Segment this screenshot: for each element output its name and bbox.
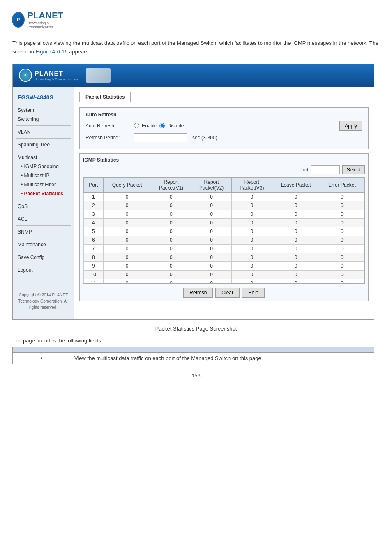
select-button[interactable]: Select bbox=[342, 165, 365, 174]
table-cell: 7 bbox=[84, 244, 104, 253]
sidebar-item-maintenance[interactable]: Maintenance bbox=[13, 240, 74, 249]
table-cell: 3 bbox=[84, 210, 104, 218]
enable-radio[interactable] bbox=[134, 123, 139, 128]
table-cell: 0 bbox=[191, 261, 232, 270]
table-cell: 4 bbox=[84, 218, 104, 227]
sidebar-item-multicast[interactable]: Multicast bbox=[13, 153, 74, 162]
table-cell: 0 bbox=[151, 236, 191, 244]
table-cell: 9 bbox=[84, 261, 104, 270]
sidebar-item-spanning-tree[interactable]: Spanning Tree bbox=[13, 140, 74, 149]
sidebar-item-igmp-snooping[interactable]: • IGMP Snooping bbox=[13, 162, 74, 171]
table-row: 4000000 bbox=[84, 218, 364, 227]
table-cell: 0 bbox=[191, 236, 232, 244]
col-header-report-v2: ReportPacket(V2) bbox=[191, 177, 232, 192]
table-cell: 0 bbox=[103, 270, 151, 279]
sidebar-item-qos[interactable]: QoS bbox=[13, 202, 74, 211]
sidebar-item-packet-statistics[interactable]: • Packet Statistics bbox=[13, 189, 74, 198]
enable-label: Enable bbox=[142, 123, 157, 129]
fields-table-header bbox=[13, 347, 374, 352]
stats-table-body: 1000000200000030000004000000500000060000… bbox=[84, 192, 364, 284]
sidebar-item-snmp[interactable]: SNMP bbox=[13, 227, 74, 236]
port-filter-label: Port bbox=[300, 167, 309, 173]
table-cell: 0 bbox=[103, 253, 151, 261]
panel-body: FGSW-4840S System Switching VLAN Spannin… bbox=[13, 87, 374, 319]
clear-button[interactable]: Clear bbox=[215, 288, 240, 298]
table-cell: 0 bbox=[320, 244, 364, 253]
button-row: Refresh Clear Help bbox=[83, 288, 365, 298]
table-cell: 0 bbox=[151, 201, 191, 210]
port-filter-input[interactable] bbox=[311, 165, 340, 174]
table-cell: 11 bbox=[84, 279, 104, 284]
sec-hint: sec (3-300) bbox=[192, 135, 217, 141]
table-row: 6000000 bbox=[84, 236, 364, 244]
table-cell: 0 bbox=[232, 218, 272, 227]
table-cell: 0 bbox=[103, 279, 151, 284]
planet-logo: P PLANET Networking & Communication bbox=[12, 8, 66, 31]
auto-refresh-row: Auto Refresh: Enable Disable Apply bbox=[85, 121, 362, 131]
table-row: 1000000 bbox=[84, 192, 364, 201]
stats-table: Port Query Packet ReportPacket(V1) Repor… bbox=[83, 177, 364, 284]
table-cell: 0 bbox=[191, 192, 232, 201]
sidebar-item-multicast-filter[interactable]: • Multicast Filter bbox=[13, 180, 74, 189]
tab-bar: Packet Statistics bbox=[79, 92, 369, 102]
fields-col1-header bbox=[13, 347, 70, 352]
refresh-period-input[interactable] bbox=[134, 133, 187, 142]
refresh-button[interactable]: Refresh bbox=[183, 288, 213, 298]
table-cell: 0 bbox=[191, 218, 232, 227]
table-cell: 0 bbox=[320, 192, 364, 201]
table-cell: 0 bbox=[272, 270, 320, 279]
sidebar-divider-4 bbox=[16, 200, 71, 200]
table-cell: 0 bbox=[103, 236, 151, 244]
panel-header-image bbox=[86, 68, 111, 83]
table-cell: 1 bbox=[84, 192, 104, 201]
table-cell: 0 bbox=[151, 279, 191, 284]
table-header-row: Port Query Packet ReportPacket(V1) Repor… bbox=[84, 177, 364, 192]
sidebar-divider-9 bbox=[16, 264, 71, 264]
panel-logo-text: PLANET bbox=[35, 70, 78, 77]
fields-section: The page includes the following fields: … bbox=[12, 338, 380, 364]
sidebar-divider-7 bbox=[16, 238, 71, 238]
apply-button[interactable]: Apply bbox=[339, 121, 362, 131]
sidebar-item-vlan[interactable]: VLAN bbox=[13, 127, 74, 136]
top-logo-area: P PLANET Networking & Communication bbox=[12, 8, 380, 31]
table-cell: 0 bbox=[272, 253, 320, 261]
logo-subtext: Networking & Communication bbox=[27, 21, 66, 29]
table-row: 9000000 bbox=[84, 261, 364, 270]
table-cell: 0 bbox=[151, 227, 191, 236]
col-header-report-v3: ReportPacket(V3) bbox=[232, 177, 272, 192]
logo-text: PLANET bbox=[27, 10, 66, 21]
disable-radio[interactable] bbox=[159, 123, 165, 128]
table-cell: 0 bbox=[320, 279, 364, 284]
table-cell: 0 bbox=[320, 210, 364, 218]
igmp-title: IGMP Statistics bbox=[83, 157, 365, 163]
table-cell: 0 bbox=[272, 279, 320, 284]
figure-link[interactable]: Figure 4-6-16 bbox=[35, 49, 67, 55]
table-cell: 0 bbox=[272, 261, 320, 270]
sidebar-divider-5 bbox=[16, 213, 71, 213]
sidebar-item-logout[interactable]: Logout bbox=[13, 266, 74, 275]
table-cell: 0 bbox=[272, 201, 320, 210]
sidebar-item-save-config[interactable]: Save Config bbox=[13, 253, 74, 262]
help-button[interactable]: Help bbox=[242, 288, 265, 298]
fields-col2-header bbox=[70, 347, 374, 352]
sidebar-item-acl[interactable]: ACL bbox=[13, 215, 74, 224]
table-cell: 0 bbox=[232, 253, 272, 261]
table-cell: 10 bbox=[84, 270, 104, 279]
stats-table-container[interactable]: Port Query Packet ReportPacket(V1) Repor… bbox=[83, 177, 365, 284]
sidebar-item-switching[interactable]: Switching bbox=[13, 115, 74, 124]
table-cell: 0 bbox=[320, 201, 364, 210]
fields-bullet-cell: • bbox=[13, 352, 70, 364]
table-cell: 0 bbox=[232, 192, 272, 201]
table-cell: 0 bbox=[103, 227, 151, 236]
ui-panel: P PLANET Networking & Communication FGSW… bbox=[12, 64, 374, 320]
sidebar-item-multicast-ip[interactable]: • Multicast IP bbox=[13, 171, 74, 180]
tab-packet-statistics[interactable]: Packet Statistics bbox=[79, 92, 131, 102]
table-cell: 0 bbox=[320, 218, 364, 227]
table-cell: 0 bbox=[232, 270, 272, 279]
sidebar-item-system[interactable]: System bbox=[13, 106, 74, 115]
col-header-query: Query Packet bbox=[103, 177, 151, 192]
table-cell: 0 bbox=[232, 210, 272, 218]
page-number: 156 bbox=[12, 372, 380, 379]
fields-table-body: • View the multicast data traffic on eac… bbox=[13, 352, 374, 364]
sidebar-device-title: FGSW-4840S bbox=[13, 91, 74, 106]
